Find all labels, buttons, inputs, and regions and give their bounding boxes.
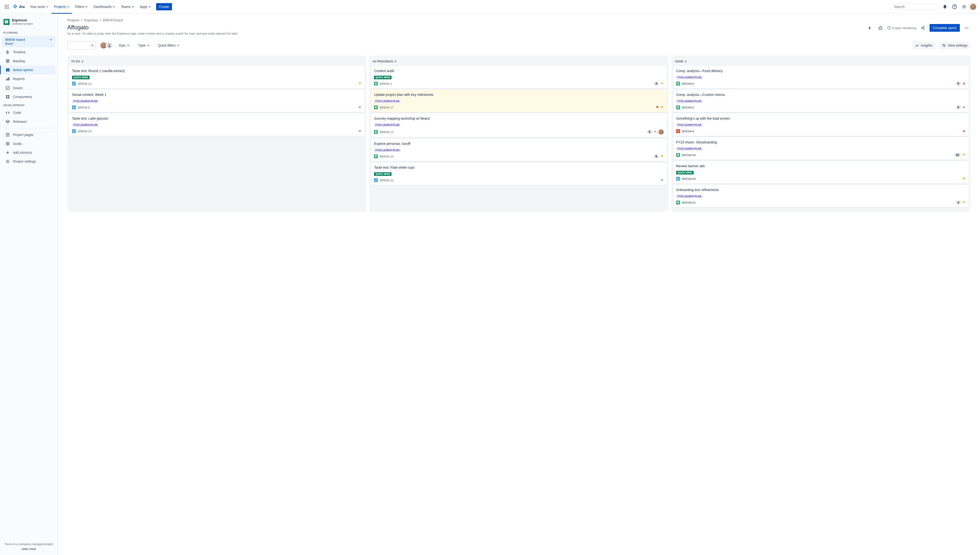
search-input[interactable] bbox=[894, 5, 936, 9]
board-search-input[interactable] bbox=[70, 44, 91, 47]
learn-more-link[interactable]: Learn more bbox=[3, 547, 54, 551]
view-settings-button[interactable]: View settings bbox=[939, 42, 970, 49]
issue-card[interactable]: Content audit QUICK WINS BREW-1 4 bbox=[371, 66, 666, 88]
share-icon[interactable] bbox=[919, 24, 927, 32]
issue-card[interactable]: Taste test: Round 1 (vanilla extract) QU… bbox=[69, 66, 364, 88]
issue-type-bug-icon bbox=[676, 129, 680, 133]
card-label: FY23 LAUNCH PLAN bbox=[374, 149, 400, 152]
issue-card[interactable]: Update project plan with key milestones … bbox=[371, 90, 666, 112]
issue-card[interactable]: Social content: Week 1 FY23 LAUNCH PLAN … bbox=[69, 90, 364, 112]
issue-card[interactable]: Something's up with the load screen FY23… bbox=[673, 114, 969, 136]
issue-type-story-icon bbox=[676, 82, 680, 85]
quick-filters[interactable]: Quick filters bbox=[155, 42, 182, 49]
goals-icon bbox=[5, 141, 10, 146]
issue-type-story-icon bbox=[374, 130, 378, 134]
priority-highest-icon bbox=[962, 82, 966, 85]
breadcrumb-item[interactable]: BREW board bbox=[103, 18, 123, 22]
issue-card[interactable]: Comp. analysis—Custom menus FY23 LAUNCH … bbox=[673, 90, 969, 112]
app-switcher-icon[interactable] bbox=[4, 4, 10, 10]
issue-card[interactable]: Review banner ads QUICK WINS BREW-20 bbox=[673, 161, 969, 184]
priority-medium-icon bbox=[358, 82, 362, 85]
card-label: FY23 LAUNCH PLAN bbox=[676, 147, 703, 151]
sidebar-item-active-sprints[interactable]: Active sprints bbox=[2, 66, 56, 74]
story-points: 5 bbox=[647, 130, 652, 134]
sidebar-item-code[interactable]: Code bbox=[2, 108, 56, 117]
sidebar-item-project-settings[interactable]: Project settings bbox=[2, 157, 56, 166]
story-points: 5 bbox=[956, 106, 961, 109]
unassigned-avatar[interactable] bbox=[106, 42, 113, 49]
card-label: FY23 LAUNCH PLAN bbox=[374, 99, 400, 103]
sidebar-item-releases[interactable]: Releases bbox=[2, 117, 56, 126]
filter-bar: Epic Type Quick filters Insights View se… bbox=[67, 41, 970, 50]
board-icon bbox=[5, 67, 10, 72]
page-icon bbox=[5, 132, 10, 137]
issue-type-task-icon bbox=[72, 129, 76, 133]
star-icon[interactable] bbox=[876, 24, 884, 32]
issue-card[interactable]: Taste test: Latte glasses FY23 LAUNCH PL… bbox=[69, 114, 364, 136]
issue-card[interactable]: Comp. analysis—Food delivery FY23 LAUNCH… bbox=[673, 66, 969, 88]
breadcrumb-item[interactable]: Espresso bbox=[84, 18, 98, 22]
priority-low-icon bbox=[358, 106, 362, 109]
create-button[interactable]: Create bbox=[156, 3, 172, 10]
column-to-do: TO DO3 Taste test: Round 1 (vanilla extr… bbox=[67, 56, 366, 212]
sidebar-item-components[interactable]: Components bbox=[2, 93, 56, 101]
sidebar-item-goals[interactable]: Goals bbox=[2, 140, 56, 148]
automation-icon[interactable] bbox=[866, 24, 874, 32]
priority-medium-icon bbox=[962, 177, 966, 180]
planning-section-label: PLANNING bbox=[0, 29, 58, 35]
nav-item-filters[interactable]: Filters bbox=[73, 3, 90, 10]
jira-logo[interactable]: Jira bbox=[13, 4, 25, 10]
sidebar-item-reports[interactable]: Reports bbox=[2, 74, 56, 83]
help-icon[interactable] bbox=[951, 3, 958, 11]
flag-icon bbox=[656, 106, 659, 109]
priority-highest-icon bbox=[962, 130, 966, 133]
breadcrumb-item[interactable]: Projects bbox=[67, 18, 80, 22]
story-points: 5 bbox=[654, 154, 659, 158]
chevron-down-icon bbox=[149, 5, 151, 8]
more-actions-icon[interactable] bbox=[963, 24, 970, 32]
chevron-down-icon bbox=[127, 44, 130, 47]
reports-icon bbox=[5, 76, 10, 81]
card-label: FY23 LAUNCH PLAN bbox=[72, 99, 99, 103]
sidebar-item-timeline[interactable]: Timeline bbox=[2, 48, 56, 56]
issue-card[interactable]: Taste test: Flate white cups QUICK WINS … bbox=[371, 163, 666, 185]
global-search[interactable] bbox=[890, 3, 938, 10]
issue-card[interactable]: FY23 Vision: Storyboarding FY23 LAUNCH P… bbox=[673, 138, 969, 160]
insights-button[interactable]: Insights bbox=[912, 42, 935, 49]
issue-card[interactable]: Explore personas: Geoff FY23 LAUNCH PLAN… bbox=[371, 139, 666, 161]
nav-item-apps[interactable]: Apps bbox=[138, 3, 153, 10]
nav-item-teams[interactable]: Teams bbox=[118, 3, 136, 10]
settings-icon[interactable] bbox=[960, 3, 968, 11]
issue-card[interactable]: Onboarding tour refinements FY23 LAUNCH … bbox=[673, 185, 969, 207]
card-title: Content audit bbox=[374, 69, 663, 73]
ship-icon bbox=[5, 119, 10, 124]
assignee-filter[interactable] bbox=[100, 42, 113, 49]
notifications-icon[interactable] bbox=[941, 3, 949, 11]
issue-type-task-icon bbox=[72, 106, 76, 109]
epic-filter[interactable]: Epic bbox=[117, 42, 132, 49]
profile-avatar[interactable] bbox=[970, 3, 976, 10]
complete-sprint-button[interactable]: Complete sprint bbox=[930, 24, 960, 32]
issue-card[interactable]: Journey mapping workshop w/ Beanz FY23 L… bbox=[371, 114, 666, 138]
nav-item-projects[interactable]: Projects bbox=[52, 3, 72, 10]
column-in-progress: IN PROGRESS5 Content audit QUICK WINS BR… bbox=[369, 56, 668, 212]
card-title: Journey mapping workshop w/ Beanz bbox=[374, 117, 663, 120]
card-title: FY23 Vision: Storyboarding bbox=[676, 140, 966, 144]
project-type: Software project bbox=[12, 22, 33, 26]
issue-key: BREW-10 bbox=[380, 155, 394, 158]
sidebar-item-add-shortcut[interactable]: Add shortcut bbox=[2, 148, 56, 157]
type-filter[interactable]: Type bbox=[136, 42, 152, 49]
issue-key: BREW-3 bbox=[682, 106, 694, 109]
sidebar-item-brew-board[interactable]: BREW board Board bbox=[2, 36, 56, 47]
gear-icon bbox=[5, 159, 10, 164]
nav-item-your-work[interactable]: Your work bbox=[27, 3, 51, 10]
sidebar-item-issues[interactable]: Issues bbox=[2, 83, 56, 92]
sidebar-item-project-pages[interactable]: Project pages bbox=[2, 130, 56, 139]
sidebar-item-backlog[interactable]: Backlog bbox=[2, 57, 56, 65]
board-search[interactable] bbox=[67, 41, 96, 50]
header-actions: 0 days remaining Complete sprint bbox=[866, 24, 970, 32]
nav-item-dashboards[interactable]: Dashboards bbox=[91, 3, 117, 10]
insights-icon bbox=[915, 43, 919, 47]
project-header[interactable]: Espresso Software project bbox=[0, 13, 58, 29]
card-title: Something's up with the load screen bbox=[676, 117, 966, 120]
